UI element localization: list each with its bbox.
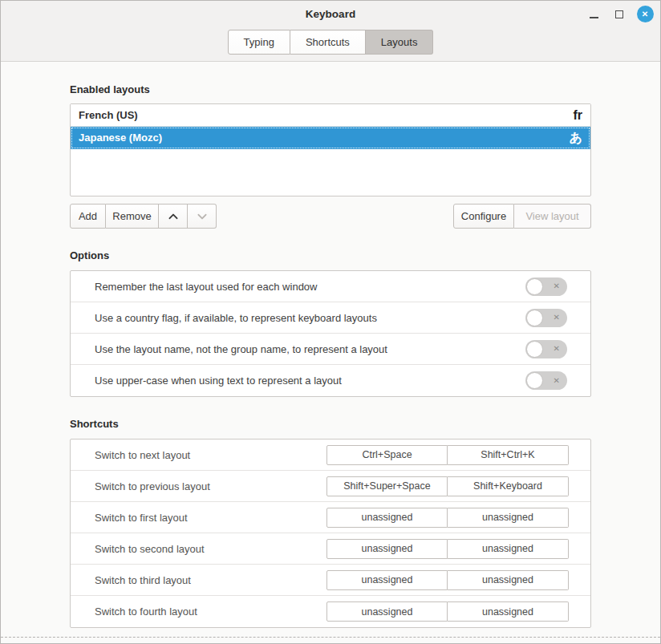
close-button[interactable]: ✕ [636,6,654,23]
keybinding-group: Shift+Super+SpaceShift+Keyboard [326,476,569,496]
layout-actions: Add Remove Configure View layout [70,204,591,229]
layout-indicator-icon: あ [570,132,582,144]
option-label: Use upper-case when using text to repres… [95,375,525,387]
keybinding-button[interactable]: unassigned [448,539,569,559]
keybinding-group: unassignedunassigned [326,601,569,622]
option-label: Use a country flag, if available, to rep… [95,312,525,324]
option-label: Remember the last layout used for each w… [95,281,525,293]
shortcut-row: Switch to first layoutunassignedunassign… [71,502,590,533]
keybinding-button[interactable]: unassigned [326,539,448,559]
shortcut-label: Switch to next layout [95,449,326,461]
move-up-button[interactable] [159,204,188,229]
option-row: Use a country flag, if available, to rep… [71,302,590,334]
tab-bar-container: TypingShortcutsLayouts [1,27,660,61]
keybinding-button[interactable]: Shift+Keyboard [448,476,569,496]
minimize-icon [590,17,598,18]
keybinding-button[interactable]: unassigned [448,601,569,622]
window-controls: ✕ [585,1,654,27]
tab-bar: TypingShortcutsLayouts [228,30,434,55]
toggle-off-icon: ✕ [554,314,560,322]
remove-layout-button[interactable]: Remove [106,204,159,229]
option-row: Use the layout name, not the group name,… [71,334,590,365]
shortcut-row: Switch to third layoutunassignedunassign… [71,565,590,596]
layouts-page: Enabled layouts French (US)frJapanese (M… [1,83,660,628]
layout-config-group: Configure View layout [453,204,591,229]
option-row: Use upper-case when using text to repres… [71,365,590,396]
layout-list: French (US)frJapanese (Mozc)あ [70,103,591,196]
keybinding-button[interactable]: unassigned [448,570,569,590]
view-layout-button[interactable]: View layout [514,204,591,229]
layout-indicator-icon: fr [573,109,582,122]
toggle-off-icon: ✕ [554,345,560,353]
move-down-button[interactable] [188,204,217,229]
keybinding-group: unassignedunassigned [326,539,569,559]
shortcut-label: Switch to previous layout [95,480,326,492]
tab-typing[interactable]: Typing [228,30,290,55]
close-icon: ✕ [637,6,654,22]
toggle-switch[interactable]: ✕ [525,340,567,358]
configure-button[interactable]: Configure [453,204,514,229]
toggle-off-icon: ✕ [554,377,560,385]
shortcut-label: Switch to second layout [95,543,326,555]
maximize-button[interactable] [610,6,628,23]
shortcut-label: Switch to first layout [95,512,326,524]
keybinding-group: unassignedunassigned [326,570,569,590]
shortcut-label: Switch to third layout [95,574,326,586]
keybinding-group: Ctrl+SpaceShift+Ctrl+K [326,445,569,465]
shortcut-row: Switch to second layoutunassignedunassig… [71,533,590,565]
keybinding-button[interactable]: unassigned [448,508,569,528]
titlebar[interactable]: Keyboard ✕ [1,1,660,27]
shortcuts-box: Switch to next layoutCtrl+SpaceShift+Ctr… [70,439,591,628]
keybinding-group: unassignedunassigned [326,508,569,528]
toggle-switch[interactable]: ✕ [525,371,567,390]
shortcut-row: Switch to previous layoutShift+Super+Spa… [71,471,590,502]
keybinding-button[interactable]: unassigned [326,570,448,590]
toggle-knob [526,278,543,295]
shortcuts-heading: Shortcuts [70,418,591,430]
shortcut-label: Switch to fourth layout [95,606,326,618]
maximize-icon [615,10,623,18]
layout-name: French (US) [79,109,573,121]
keybinding-button[interactable]: Ctrl+Space [326,445,448,465]
toggle-off-icon: ✕ [554,282,560,290]
shortcut-row: Switch to next layoutCtrl+SpaceShift+Ctr… [71,439,590,471]
option-label: Use the layout name, not the group name,… [95,343,525,355]
keybinding-button[interactable]: unassigned [326,601,448,622]
layout-row[interactable]: French (US)fr [71,104,590,127]
option-row: Remember the last layout used for each w… [71,271,590,302]
tab-layouts[interactable]: Layouts [366,30,434,55]
chevron-up-icon [167,210,180,223]
toggle-switch[interactable]: ✕ [525,309,567,327]
keybinding-button[interactable]: unassigned [326,508,448,528]
minimize-button[interactable] [585,6,602,23]
toggle-switch[interactable]: ✕ [525,277,567,296]
layout-edit-group: Add Remove [70,204,217,229]
window-title: Keyboard [1,1,660,27]
window-header: Keyboard ✕ TypingShortcutsLayouts [1,1,660,62]
toggle-knob [526,372,543,389]
layout-name: Japanese (Mozc) [79,132,570,144]
scroll-edge-indicator [1,637,660,638]
toggle-knob [526,310,543,326]
options-box: Remember the last layout used for each w… [70,270,591,397]
layout-row[interactable]: Japanese (Mozc)あ [71,127,590,149]
enabled-layouts-heading: Enabled layouts [70,83,591,95]
keybinding-button[interactable]: Shift+Super+Space [326,476,448,496]
toggle-knob [526,341,543,358]
tab-shortcuts[interactable]: Shortcuts [290,30,366,55]
options-heading: Options [70,249,591,261]
add-layout-button[interactable]: Add [70,204,106,229]
shortcut-row: Switch to fourth layoutunassignedunassig… [71,596,590,627]
chevron-down-icon [196,210,209,223]
keybinding-button[interactable]: Shift+Ctrl+K [448,445,569,465]
